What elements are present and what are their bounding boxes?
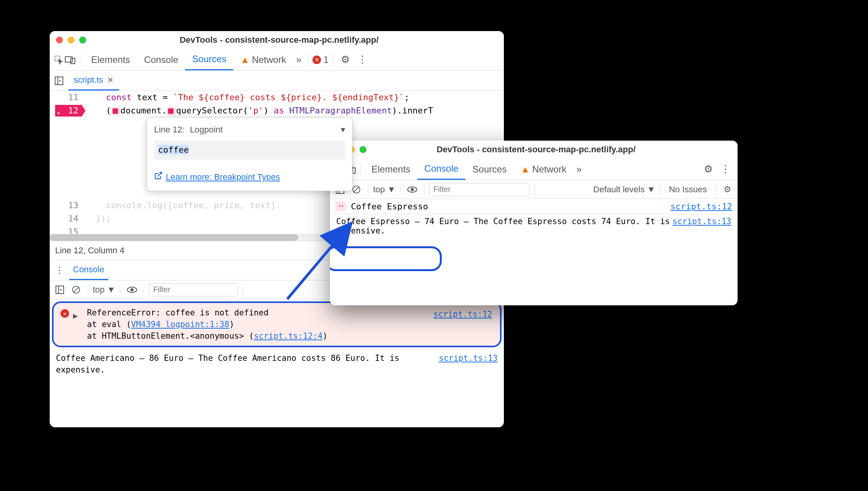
svg-line-19 xyxy=(354,187,359,192)
annotation-highlight xyxy=(330,246,442,271)
file-tab-label: script.ts xyxy=(74,75,103,85)
chevron-down-icon: ▼ xyxy=(107,285,116,295)
log-levels-selector[interactable]: Default levels ▼ xyxy=(593,185,655,195)
settings-icon[interactable]: ⚙ xyxy=(700,163,717,175)
live-expression-icon[interactable] xyxy=(405,186,419,193)
external-link-icon xyxy=(154,171,163,184)
filter-input[interactable] xyxy=(429,183,530,196)
svg-rect-6 xyxy=(56,286,64,294)
log-text: Coffee Espresso – 74 Euro – The Coffee E… xyxy=(336,217,672,235)
log-source-link[interactable]: script.ts:13 xyxy=(439,352,498,376)
navigator-toggle-icon[interactable] xyxy=(50,77,68,85)
live-expression-icon[interactable] xyxy=(125,286,139,293)
scrollbar-thumb[interactable] xyxy=(50,234,298,241)
inspect-icon[interactable] xyxy=(53,55,64,65)
console-error-message[interactable]: ✕ ▶ script.ts:12 ReferenceError: coffee … xyxy=(52,301,502,347)
chevron-down-icon: ▼ xyxy=(647,185,655,195)
window-title: DevTools - consistent-source-map-pc.netl… xyxy=(366,145,706,155)
code-line-12: (document.querySelector('p') as HTMLPara… xyxy=(85,104,504,117)
maximize-window-button[interactable] xyxy=(79,37,86,44)
error-badge-icon: ✕ xyxy=(312,56,321,64)
learn-more-link[interactable]: Learn more: Breakpoint Types xyxy=(154,171,345,184)
settings-icon[interactable]: ⚙ xyxy=(337,54,354,66)
line-number[interactable]: 15 xyxy=(50,225,85,234)
line-number[interactable]: 13 xyxy=(50,199,85,212)
tab-console[interactable]: Console xyxy=(417,158,465,180)
tab-network[interactable]: ▲Network xyxy=(233,49,293,70)
log-text: Coffee Americano – 86 Euro – The Coffee … xyxy=(56,352,439,376)
close-window-button[interactable] xyxy=(56,37,63,44)
line-number[interactable]: 14 xyxy=(50,212,85,225)
console-sidebar-toggle-icon[interactable] xyxy=(53,286,67,294)
more-menu-icon[interactable]: ⋮ xyxy=(354,54,372,66)
file-tab-script-ts[interactable]: script.ts ✕ xyxy=(68,71,119,91)
tab-console[interactable]: Console xyxy=(137,49,185,70)
titlebar: DevTools - consistent-source-map-pc.netl… xyxy=(330,141,738,158)
console-log-message[interactable]: Coffee Espresso – 74 Euro – The Coffee E… xyxy=(330,214,738,238)
file-tabs: script.ts ✕ xyxy=(50,71,504,91)
svg-rect-3 xyxy=(55,77,63,85)
context-label: top xyxy=(373,185,385,195)
clear-console-icon[interactable] xyxy=(69,286,83,294)
context-selector[interactable]: top ▼ xyxy=(93,285,115,295)
more-tabs-button[interactable]: » xyxy=(293,54,304,65)
error-title: ReferenceError: coffee is not defined xyxy=(87,307,494,319)
console-output: ✕ ▶ script.ts:12 ReferenceError: coffee … xyxy=(50,301,504,378)
tab-elements[interactable]: Elements xyxy=(365,158,417,180)
error-count[interactable]: ✕ 1 xyxy=(312,54,328,65)
console-log-message[interactable]: Coffee Americano – 86 Euro – The Coffee … xyxy=(50,350,504,378)
more-menu-icon[interactable]: ⋮ xyxy=(717,163,734,175)
svg-rect-2 xyxy=(71,58,75,64)
stack-link[interactable]: script.ts:12:4 xyxy=(254,331,323,341)
line-number-breakpoint[interactable]: •• 12 xyxy=(50,104,85,117)
tab-network[interactable]: ▲Network xyxy=(514,158,573,180)
log-source-link[interactable]: script.ts:13 xyxy=(672,217,731,235)
device-toggle-icon[interactable] xyxy=(64,56,76,64)
main-toolbar: Elements Console Sources ▲Network » ⚙ ⋮ xyxy=(330,158,738,180)
tab-network-label: Network xyxy=(252,54,286,65)
tab-network-label: Network xyxy=(532,164,566,175)
stack-link[interactable]: VM4394 logpoint:1:38 xyxy=(131,320,229,329)
tab-elements[interactable]: Elements xyxy=(84,49,137,70)
drawer-menu-icon[interactable]: ⋮ xyxy=(50,265,69,275)
log-source-link[interactable]: script.ts:12 xyxy=(670,202,732,211)
maximize-window-button[interactable] xyxy=(359,146,366,153)
stack-frame-2: at HTMLButtonElement.<anonymous> (script… xyxy=(87,330,494,342)
logpoint-dots-icon: •• xyxy=(52,107,61,120)
console-settings-icon[interactable]: ⚙ xyxy=(720,185,734,195)
tab-sources[interactable]: Sources xyxy=(465,158,514,180)
logpoint-expression-input[interactable]: coffee xyxy=(154,140,345,160)
context-selector[interactable]: top ▼ xyxy=(373,185,396,195)
console-toolbar: top ▼ Default levels ▼ No Issues ⚙ xyxy=(330,180,738,199)
logpoint-marker-icon: •• xyxy=(335,201,347,211)
svg-point-21 xyxy=(411,188,413,191)
error-source-link[interactable]: script.ts:12 xyxy=(433,308,492,320)
filter-input[interactable] xyxy=(149,283,238,296)
chevron-down-icon[interactable]: ▾ xyxy=(341,123,345,136)
minimize-window-button[interactable] xyxy=(68,37,75,44)
tab-sources[interactable]: Sources xyxy=(185,49,233,70)
logpoint-output-text: Coffee Espresso xyxy=(351,202,670,211)
learn-more-text: Learn more: Breakpoint Types xyxy=(166,171,280,184)
chevron-down-icon: ▼ xyxy=(387,185,396,195)
issues-label[interactable]: No Issues xyxy=(665,185,711,195)
logpoint-type-select[interactable]: Logpoint xyxy=(190,123,222,136)
warning-icon: ▲ xyxy=(240,54,250,65)
error-count-value: 1 xyxy=(323,54,328,65)
svg-line-9 xyxy=(74,287,79,292)
logpoint-editor-popup: Line 12: Logpoint ▾ coffee Learn more: B… xyxy=(147,117,352,191)
code-line-11: const text = `The ${coffee} costs ${pric… xyxy=(85,91,504,104)
error-icon: ✕ xyxy=(61,309,69,318)
traffic-lights xyxy=(56,37,86,44)
expand-triangle-icon[interactable]: ▶ xyxy=(73,310,78,322)
titlebar: DevTools - consistent-source-map-pc.netl… xyxy=(50,31,504,49)
svg-point-11 xyxy=(131,289,133,291)
more-tabs-button[interactable]: » xyxy=(573,164,585,175)
line-number[interactable]: 11 xyxy=(50,91,85,104)
logpoint-output-row[interactable]: •• Coffee Espresso script.ts:12 xyxy=(330,199,738,214)
stack-frame-1: at eval (VM4394 logpoint:1:38) xyxy=(87,319,494,330)
close-tab-icon[interactable]: ✕ xyxy=(107,75,114,85)
drawer-tab-console[interactable]: Console xyxy=(69,260,108,280)
svg-line-5 xyxy=(158,172,161,176)
warning-icon: ▲ xyxy=(521,164,530,175)
